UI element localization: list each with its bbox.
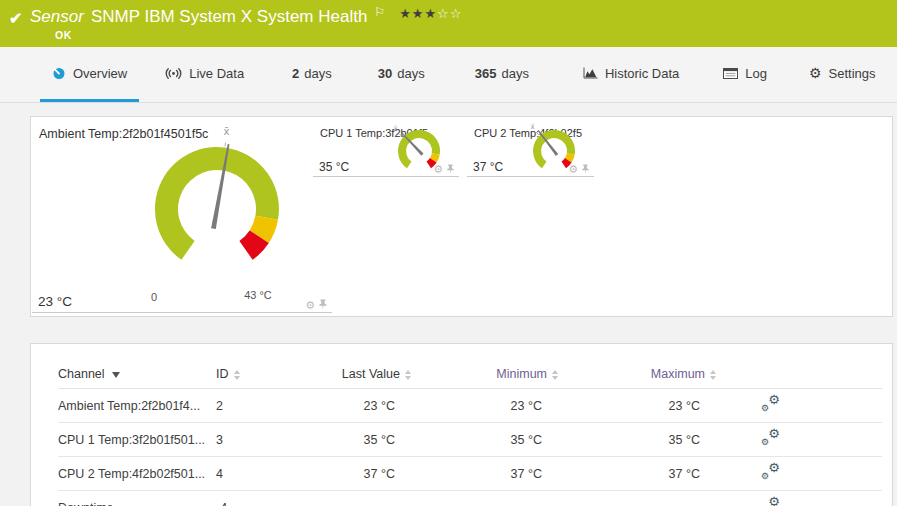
tab-number: 2 bbox=[292, 66, 299, 81]
tab-30-days[interactable]: 30 days bbox=[366, 47, 437, 102]
channel-last-value: 35 °C bbox=[301, 423, 411, 457]
tab-label: Log bbox=[745, 66, 767, 81]
channel-name: Ambient Temp:2f2b01f4... bbox=[58, 389, 216, 423]
tab-label: days bbox=[397, 66, 424, 81]
pin-icon[interactable] bbox=[446, 164, 455, 175]
channel-id: -4 bbox=[216, 491, 301, 506]
channel-minimum: 35 °C bbox=[411, 423, 558, 457]
star-filled-icon[interactable]: ★ bbox=[424, 6, 437, 21]
tab-number: 365 bbox=[475, 66, 497, 81]
channel-last-value: 37 °C bbox=[301, 457, 411, 491]
ambient-temp-gauge: x̄ bbox=[132, 124, 302, 282]
tab-historic-data[interactable]: Historic Data bbox=[571, 47, 691, 102]
channel-minimum: 23 °C bbox=[411, 389, 558, 423]
table-row: CPU 1 Temp:3f2b01f501... 3 35 °C 35 °C 3… bbox=[58, 423, 882, 457]
sensor-header: ✔ SensorSNMP IBM System X System Health⚐… bbox=[0, 0, 897, 47]
channel-settings-gears-icon[interactable]: ⚙⚙ bbox=[761, 396, 780, 412]
tab-label: Settings bbox=[829, 66, 876, 81]
tab-number: 30 bbox=[378, 66, 392, 81]
tab-live-data[interactable]: Live Data bbox=[153, 47, 256, 102]
broadcast-icon bbox=[165, 67, 182, 80]
svg-text:x̄: x̄ bbox=[531, 123, 535, 131]
sensor-title-line: SensorSNMP IBM System X System Health⚐★★… bbox=[30, 7, 462, 27]
tab-overview[interactable]: Overview bbox=[40, 47, 139, 102]
pin-icon[interactable] bbox=[581, 164, 590, 175]
column-header-last-value[interactable]: Last Value bbox=[301, 360, 411, 389]
tab-label: days bbox=[304, 66, 331, 81]
gear-icon[interactable]: ⚙ bbox=[305, 300, 315, 311]
table-row: Downtime -4 ⚙⚙ bbox=[58, 491, 882, 506]
svg-text:x̄: x̄ bbox=[393, 125, 397, 133]
status-check-icon: ✔ bbox=[9, 9, 22, 28]
table-row: CPU 2 Temp:4f2b02f501... 4 37 °C 37 °C 3… bbox=[58, 457, 882, 491]
channel-maximum: 35 °C bbox=[558, 423, 716, 457]
star-filled-icon[interactable]: ★ bbox=[412, 6, 425, 21]
channels-panel: Channel ID Last Value Minimum Maximum Am… bbox=[30, 343, 893, 506]
page-title: SNMP IBM System X System Health bbox=[91, 7, 367, 26]
pin-icon[interactable] bbox=[318, 299, 328, 311]
tab-settings[interactable]: ⚙ Settings bbox=[797, 47, 888, 102]
gauge-value: 23 °C bbox=[38, 294, 72, 309]
gauges-panel: Ambient Temp:2f2b01f4501f5c x̄ 0 43 °C 2… bbox=[30, 116, 893, 317]
gauge-tile-cpu2-temp: CPU 2 Temp:4f2b02f5... x̄ 37 °C ⚙ bbox=[467, 121, 594, 177]
channel-last-value: 23 °C bbox=[301, 389, 411, 423]
tab-label: days bbox=[501, 66, 528, 81]
table-row: Ambient Temp:2f2b01f4... 2 23 °C 23 °C 2… bbox=[58, 389, 882, 423]
gauge-value: 35 °C bbox=[319, 160, 349, 174]
column-header-maximum[interactable]: Maximum bbox=[558, 360, 716, 389]
channel-name: CPU 1 Temp:3f2b01f501... bbox=[58, 423, 216, 457]
gear-icon[interactable]: ⚙ bbox=[568, 164, 578, 175]
tab-2-days[interactable]: 2 days bbox=[280, 47, 344, 102]
tab-bar: Overview Live Data 2 days 30 days 365 da… bbox=[0, 47, 897, 103]
gear-icon[interactable]: ⚙ bbox=[433, 164, 443, 175]
channel-id: 2 bbox=[216, 389, 301, 423]
svg-text:x̄: x̄ bbox=[224, 126, 230, 137]
gauge-scale-max: 43 °C bbox=[235, 289, 281, 301]
tile-tools: ⚙ bbox=[433, 164, 455, 175]
tab-log[interactable]: Log bbox=[711, 47, 779, 102]
channel-name: Downtime bbox=[58, 491, 216, 506]
column-header-id[interactable]: ID bbox=[216, 360, 301, 389]
channel-minimum: 37 °C bbox=[411, 457, 558, 491]
gauge-tile-ambient-temp: Ambient Temp:2f2b01f4501f5c x̄ 0 43 °C 2… bbox=[32, 121, 332, 313]
channel-last-value bbox=[301, 491, 411, 506]
channel-minimum bbox=[411, 491, 558, 506]
channel-maximum: 37 °C bbox=[558, 457, 716, 491]
sort-icon bbox=[710, 370, 716, 380]
channel-name: CPU 2 Temp:4f2b02f501... bbox=[58, 457, 216, 491]
sort-icon bbox=[552, 370, 558, 380]
star-empty-icon[interactable]: ☆ bbox=[450, 6, 463, 21]
channel-settings-gears-icon[interactable]: ⚙⚙ bbox=[761, 498, 780, 506]
flag-icon[interactable]: ⚐ bbox=[374, 5, 385, 19]
tab-365-days[interactable]: 365 days bbox=[463, 47, 541, 102]
column-header-minimum[interactable]: Minimum bbox=[411, 360, 558, 389]
table-header-row: Channel ID Last Value Minimum Maximum bbox=[58, 360, 882, 389]
channel-id: 4 bbox=[216, 457, 301, 491]
channel-maximum bbox=[558, 491, 716, 506]
channel-settings-gears-icon[interactable]: ⚙⚙ bbox=[761, 430, 780, 446]
gauge-scale-min: 0 bbox=[144, 291, 164, 303]
tile-tools: ⚙ bbox=[305, 299, 328, 311]
status-badge: OK bbox=[55, 29, 72, 41]
priority-stars[interactable]: ★★★☆☆ bbox=[399, 6, 462, 21]
object-kind-label: Sensor bbox=[30, 7, 84, 26]
gear-icon: ⚙ bbox=[809, 66, 822, 80]
sort-icon bbox=[234, 370, 240, 380]
channel-id: 3 bbox=[216, 423, 301, 457]
channel-settings-gears-icon[interactable]: ⚙⚙ bbox=[761, 464, 780, 480]
tile-tools: ⚙ bbox=[568, 164, 590, 175]
channel-maximum: 23 °C bbox=[558, 389, 716, 423]
sort-icon bbox=[405, 370, 411, 380]
area-chart-icon bbox=[583, 67, 598, 79]
tab-label: Historic Data bbox=[605, 66, 679, 81]
column-header-channel[interactable]: Channel bbox=[58, 360, 216, 389]
tab-label: Live Data bbox=[189, 66, 244, 81]
column-header-actions bbox=[716, 360, 882, 389]
channels-table: Channel ID Last Value Minimum Maximum Am… bbox=[58, 360, 882, 506]
star-empty-icon[interactable]: ☆ bbox=[437, 6, 450, 21]
sort-desc-icon bbox=[112, 372, 120, 378]
star-filled-icon[interactable]: ★ bbox=[399, 6, 412, 21]
tab-label: Overview bbox=[73, 66, 127, 81]
log-icon bbox=[723, 68, 738, 79]
gauge-value: 37 °C bbox=[473, 160, 503, 174]
